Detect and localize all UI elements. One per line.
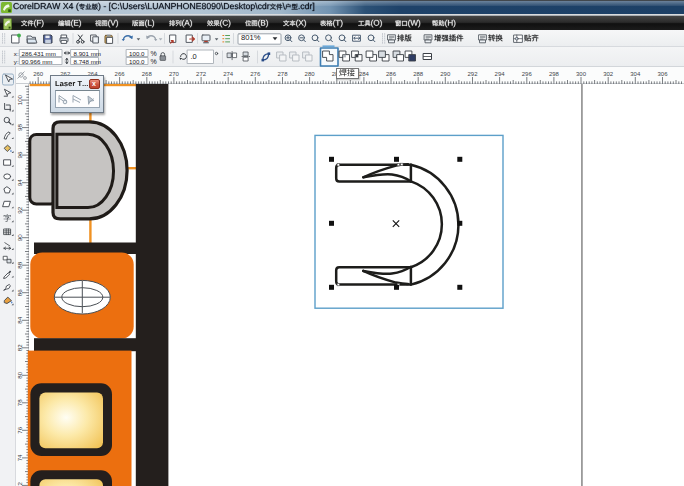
- svg-text:290: 290: [440, 71, 451, 77]
- svg-text:294: 294: [495, 71, 506, 77]
- svg-text:276: 276: [250, 71, 261, 77]
- svg-text:280: 280: [305, 71, 316, 77]
- svg-text:304: 304: [630, 71, 641, 77]
- svg-text:270: 270: [169, 71, 180, 77]
- svg-text:268: 268: [142, 71, 153, 77]
- svg-text:300: 300: [576, 71, 587, 77]
- svg-text:288: 288: [413, 71, 424, 77]
- svg-text:296: 296: [522, 71, 533, 77]
- svg-text:274: 274: [223, 71, 234, 77]
- svg-text:306: 306: [657, 71, 668, 77]
- svg-text:284: 284: [359, 71, 370, 77]
- svg-text:266: 266: [115, 71, 126, 77]
- svg-text:292: 292: [467, 71, 478, 77]
- svg-text:278: 278: [277, 71, 288, 77]
- svg-text:298: 298: [549, 71, 560, 77]
- svg-text:286: 286: [386, 71, 397, 77]
- svg-text:272: 272: [196, 71, 207, 77]
- svg-text:260: 260: [33, 71, 44, 77]
- svg-text:302: 302: [603, 71, 614, 77]
